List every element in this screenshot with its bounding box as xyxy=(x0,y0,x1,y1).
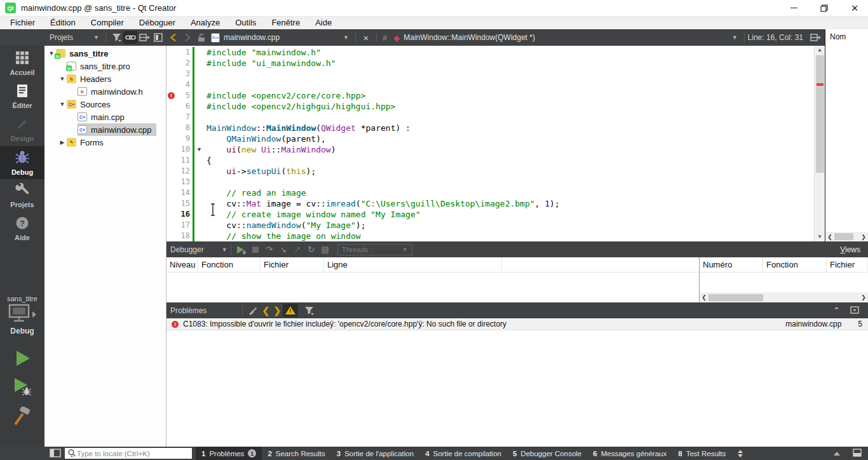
outline-hscrollbar[interactable]: ❮ ❯ xyxy=(825,232,868,241)
scrollbar-thumb[interactable] xyxy=(834,233,853,240)
menu-item-fenetre[interactable]: Fenêtre xyxy=(264,17,308,29)
editor-vscrollbar[interactable]: ▲ ▼ xyxy=(814,46,825,241)
code-text[interactable]: ui->setupUi(this); xyxy=(204,166,316,177)
column-header-ligne[interactable]: Ligne xyxy=(324,257,502,273)
error-scroll-marker[interactable] xyxy=(817,83,824,86)
output-pane-messages-generaux[interactable]: 6Messages généraux xyxy=(587,447,672,460)
line-number[interactable]: 2 xyxy=(176,58,193,69)
code-text[interactable]: cv::Mat image = cv::imread("C:\Users\gui… xyxy=(204,198,560,209)
split-editor-icon[interactable] xyxy=(808,31,822,44)
scroll-right-icon[interactable]: ❯ xyxy=(859,294,868,301)
column-header-fichier[interactable]: Fichier xyxy=(827,257,867,273)
code-line[interactable]: 10▼ ui(new Ui::MainWindow) xyxy=(166,144,814,155)
code-line[interactable]: 6#include <opencv2/highgui/highgui.hpp> xyxy=(166,101,814,112)
line-number[interactable]: 8 xyxy=(176,123,193,133)
output-pane-test-results[interactable]: 8Test Results xyxy=(672,447,731,460)
tree-item-headers[interactable]: ▼hHeaders xyxy=(44,72,166,85)
scroll-right-icon[interactable]: ❯ xyxy=(859,234,868,240)
line-number[interactable]: 6 xyxy=(176,101,193,112)
line-number[interactable]: 3 xyxy=(176,69,193,79)
code-text[interactable]: ui(new Ui::MainWindow) xyxy=(204,144,336,155)
show-warnings-toggle[interactable] xyxy=(283,304,298,317)
menu-item-compiler[interactable]: Compiler xyxy=(83,17,132,29)
show-panel-icon[interactable] xyxy=(853,449,862,458)
scroll-down-icon[interactable]: ▼ xyxy=(815,233,825,241)
kit-selector[interactable]: sans_titre Debug xyxy=(7,295,37,335)
menu-item-deboguer[interactable]: Déboguer xyxy=(132,17,183,29)
line-number[interactable]: 18 xyxy=(176,231,193,241)
tree-item-mainwindow-h[interactable]: hmainwindow.h xyxy=(44,85,166,98)
code-text[interactable]: #include "mainwindow.h" xyxy=(204,47,321,58)
sync-with-editor-icon[interactable] xyxy=(123,31,137,44)
output-pane-search-results[interactable]: 2Search Results xyxy=(262,447,330,460)
code-text[interactable]: MainWindow::MainWindow(QWidget *parent) … xyxy=(204,123,410,133)
restore-button[interactable] xyxy=(820,4,829,13)
outline-header[interactable]: Nom xyxy=(825,29,868,41)
code-line[interactable]: 15 cv::Mat image = cv::imread("C:\Users\… xyxy=(166,198,814,209)
forward-icon[interactable] xyxy=(180,31,194,44)
minimize-button[interactable] xyxy=(789,4,798,13)
chevron-down-icon[interactable]: ▼ xyxy=(222,247,227,253)
column-header-fonction[interactable]: Fonction xyxy=(198,257,261,273)
scroll-left-icon[interactable]: ❮ xyxy=(700,294,709,301)
clean-icon[interactable] xyxy=(246,304,260,317)
line-number[interactable]: 4 xyxy=(176,79,193,90)
scroll-up-icon[interactable]: ▲ xyxy=(815,46,825,55)
code-text[interactable] xyxy=(204,177,207,187)
code-text[interactable] xyxy=(204,69,207,79)
line-number[interactable]: 14 xyxy=(176,187,193,198)
line-number[interactable]: 16 xyxy=(176,209,193,220)
current-symbol-combo[interactable]: MainWindow::MainWindow(QWidget *) xyxy=(403,33,535,42)
code-line[interactable]: 9 QMainWindow(parent), xyxy=(166,133,814,144)
chevron-down-icon[interactable]: ▼ xyxy=(732,34,738,41)
menu-item-outils[interactable]: Outils xyxy=(227,17,264,29)
toggle-sidebar-icon[interactable] xyxy=(50,449,61,459)
menu-item-analyze[interactable]: Analyze xyxy=(183,17,227,29)
tree-item-main-cpp[interactable]: C+main.cpp xyxy=(44,111,166,123)
previous-item-icon[interactable]: ❮ xyxy=(260,306,271,316)
split-icon[interactable] xyxy=(137,31,151,44)
output-pane-problemes[interactable]: 1Problèmes1 xyxy=(196,447,262,460)
back-icon[interactable] xyxy=(166,31,180,44)
problem-error-row[interactable]: ! C1083: Impossible d'ouvrir le fichier … xyxy=(166,318,868,330)
output-pane-sorter-icon[interactable] xyxy=(738,450,743,457)
column-header-fichier[interactable]: Fichier xyxy=(261,257,324,273)
close-panel-icon[interactable] xyxy=(151,31,165,44)
collapse-pane-icon[interactable]: ⌃ xyxy=(833,306,840,315)
continue-icon[interactable] xyxy=(234,243,248,256)
code-text[interactable]: // show the image on window xyxy=(204,231,361,241)
code-text[interactable]: { xyxy=(204,155,212,166)
code-text[interactable] xyxy=(204,112,207,123)
chevron-down-icon[interactable]: ▼ xyxy=(93,34,99,41)
code-text[interactable]: // read an image xyxy=(204,187,306,198)
mode-projets[interactable]: Projets xyxy=(0,179,44,212)
close-button[interactable]: × xyxy=(850,4,859,13)
expander-open-icon[interactable]: ▼ xyxy=(58,101,67,107)
code-line[interactable]: 12 ui->setupUi(this); xyxy=(166,166,814,177)
debugger-combo[interactable]: Debugger xyxy=(170,245,204,254)
scrollbar-thumb[interactable] xyxy=(709,294,763,301)
mode-editer[interactable]: Éditer xyxy=(0,80,44,113)
column-header-niveau[interactable]: Niveau xyxy=(166,257,198,273)
breakpoints-hscrollbar[interactable]: ❮ ❯ xyxy=(700,292,868,302)
code-line[interactable]: 2#include "ui_mainwindow.h" xyxy=(166,58,814,69)
code-line[interactable]: 11{ xyxy=(166,155,814,166)
scroll-left-icon[interactable]: ❮ xyxy=(825,234,834,240)
open-document-selector[interactable]: mainwindow.cpp xyxy=(224,33,280,42)
tree-item-forms[interactable]: ▶✎Forms xyxy=(44,136,166,149)
code-text[interactable]: // create image window named "My Image" xyxy=(204,209,421,220)
tree-item-mainwindow-cpp[interactable]: C+mainwindow.cpp xyxy=(44,123,166,136)
menu-item-aide[interactable]: Aide xyxy=(308,17,339,29)
debug-run-button[interactable] xyxy=(12,377,32,399)
output-pane-sortie-de-compilation[interactable]: 4Sortie de compilation xyxy=(419,447,507,460)
mode-accueil[interactable]: Accueil xyxy=(0,47,44,80)
menu-item-edition[interactable]: Édition xyxy=(43,17,83,29)
column-header-numero[interactable]: Numéro xyxy=(700,257,763,273)
tree-item-sans-titre[interactable]: ▼Qtsans_titre xyxy=(44,47,166,60)
next-item-icon[interactable]: ❯ xyxy=(271,306,283,316)
line-number[interactable]: 11 xyxy=(176,155,193,166)
locator-input[interactable] xyxy=(77,450,179,457)
line-number[interactable]: 9 xyxy=(176,133,193,144)
line-number[interactable]: 7 xyxy=(176,112,193,123)
tree-item-sans-titre-pro[interactable]: Qtsans_titre.pro xyxy=(44,60,166,72)
